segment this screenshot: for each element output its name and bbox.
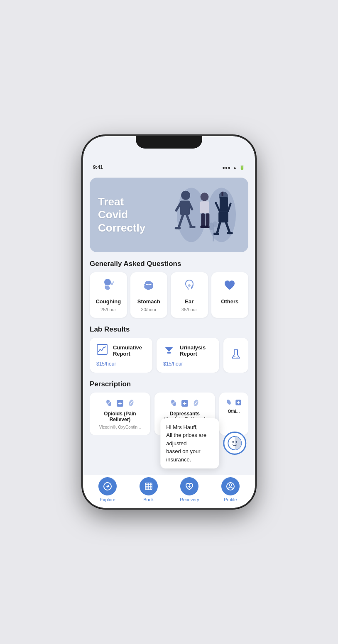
svg-point-32 <box>188 284 191 287</box>
nav-item-book[interactable]: Book <box>128 477 169 502</box>
profile-label: Profile <box>224 497 237 502</box>
tooltip-box: Hi Mrs Hauff, All the prices are adjuste… <box>160 418 219 469</box>
book-icon[interactable] <box>140 477 158 495</box>
people-illustration <box>161 180 244 250</box>
stomach-label: Stomach <box>137 298 160 305</box>
partial-icons <box>225 398 242 407</box>
faq-grid: Coughing 25/hour Stomach 30/hour <box>90 272 248 318</box>
hero-illustration <box>157 178 248 252</box>
lab-row: Cumulative Report $15/hour Urinalysis Re… <box>90 338 248 373</box>
bottom-nav: Explore Book <box>83 475 255 508</box>
svg-point-10 <box>201 193 209 201</box>
svg-rect-8 <box>175 227 181 229</box>
status-icons: ●●● ▲ 🔋 <box>222 165 245 170</box>
ear-price: 35/hour <box>181 307 197 312</box>
urinalysis-icon <box>163 344 175 358</box>
battery-icon: 🔋 <box>239 165 245 170</box>
svg-rect-25 <box>227 232 233 234</box>
svg-rect-14 <box>201 225 206 228</box>
svg-rect-19 <box>218 212 228 222</box>
phone-frame: 9:41 ●●● ▲ 🔋 Treat Covid Correctly <box>83 136 255 508</box>
tooltip-avatar <box>223 432 246 455</box>
screen-content[interactable]: 9:41 ●●● ▲ 🔋 Treat Covid Correctly <box>83 136 255 508</box>
ear-icon <box>182 278 197 296</box>
wifi-icon: ▲ <box>233 165 237 170</box>
cumulative-price: $15/hour <box>96 361 116 367</box>
urinalysis-price: $15/hour <box>163 361 183 367</box>
svg-point-38 <box>237 357 238 358</box>
opioids-icons <box>104 398 136 408</box>
svg-point-37 <box>234 356 235 357</box>
flask-icon <box>230 348 242 362</box>
phone-screen: 9:41 ●●● ▲ 🔋 Treat Covid Correctly <box>83 136 255 508</box>
urinalysis-title: Urinalysis Report <box>180 344 213 357</box>
prescription-card-opioids[interactable]: Opioids (Pain Reliever) Vicodin®, OxyCon… <box>90 393 150 435</box>
others-label: Others <box>221 298 238 305</box>
svg-rect-24 <box>213 233 219 235</box>
faq-card-stomach[interactable]: Stomach 30/hour <box>130 272 168 318</box>
faq-card-others[interactable]: Others <box>211 272 249 318</box>
prescription-section-title: Perscription <box>90 380 248 388</box>
opioids-label: Opioids (Pain Reliever) <box>95 411 145 422</box>
stomach-icon <box>141 278 156 296</box>
lab-card-cumulative[interactable]: Cumulative Report $15/hour <box>90 338 152 373</box>
lab-card-inner-1: Cumulative Report <box>96 344 146 358</box>
hero-title: Treat Covid Correctly <box>98 195 145 234</box>
nav-item-profile[interactable]: Profile <box>210 477 251 502</box>
cumulative-icon <box>96 344 108 358</box>
lab-card-partial[interactable] <box>223 338 248 373</box>
svg-point-2 <box>181 191 190 200</box>
depressants-icons <box>169 398 201 408</box>
svg-point-59 <box>235 441 237 443</box>
tooltip-message: Hi Mrs Hauff, All the prices are adjuste… <box>166 424 206 463</box>
explore-label: Explore <box>100 497 115 502</box>
faq-card-ear[interactable]: Ear 35/hour <box>171 272 208 318</box>
profile-icon[interactable] <box>221 477 240 495</box>
nav-item-recovery[interactable]: Recovery <box>169 477 210 502</box>
opioids-sub: Vicodin®, OxyContin... <box>99 425 141 429</box>
recovery-icon[interactable] <box>180 477 198 495</box>
svg-point-31 <box>113 281 114 283</box>
svg-point-30 <box>110 283 113 285</box>
svg-rect-9 <box>189 226 196 228</box>
others-heart-icon <box>222 278 237 296</box>
lab-card-urinalysis[interactable]: Urinalysis Report $15/hour <box>157 338 219 373</box>
status-time: 9:41 <box>93 164 103 170</box>
ear-label: Ear <box>185 298 193 305</box>
faq-card-coughing[interactable]: Coughing 25/hour <box>90 272 127 318</box>
svg-rect-17 <box>221 192 223 196</box>
hero-banner: Treat Covid Correctly <box>90 178 248 252</box>
coughing-icon <box>101 278 116 296</box>
lab-section-title: Lab Results <box>90 325 248 334</box>
cumulative-title: Cumulative Report <box>113 344 146 357</box>
svg-rect-35 <box>167 352 171 354</box>
coughing-price: 25/hour <box>100 307 116 312</box>
recovery-label: Recovery <box>180 497 199 502</box>
tooltip-overlay: Hi Mrs Hauff, All the prices are adjuste… <box>160 418 246 469</box>
coughing-label: Coughing <box>96 298 121 305</box>
signal-icon: ●●● <box>222 165 230 170</box>
partial-label: Othi... <box>228 409 240 414</box>
svg-marker-34 <box>165 347 173 352</box>
book-label: Book <box>143 497 154 502</box>
svg-rect-18 <box>220 197 228 212</box>
status-bar: 9:41 ●●● ▲ 🔋 <box>83 154 255 173</box>
svg-point-29 <box>104 279 111 285</box>
svg-point-58 <box>232 441 234 443</box>
svg-point-53 <box>226 399 232 405</box>
lab-card-inner-2: Urinalysis Report <box>163 344 213 358</box>
svg-point-28 <box>213 221 218 227</box>
notch <box>136 136 202 149</box>
hero-text: Treat Covid Correctly <box>98 195 145 234</box>
nav-item-explore[interactable]: Explore <box>87 477 128 502</box>
svg-point-73 <box>229 484 232 486</box>
faq-section-title: Generally Asked Questions <box>90 260 248 268</box>
stomach-price: 30/hour <box>141 307 157 312</box>
svg-rect-11 <box>200 201 209 213</box>
svg-point-62 <box>107 485 108 487</box>
explore-icon[interactable] <box>98 477 117 495</box>
svg-rect-13 <box>206 213 209 227</box>
svg-rect-12 <box>201 213 205 227</box>
